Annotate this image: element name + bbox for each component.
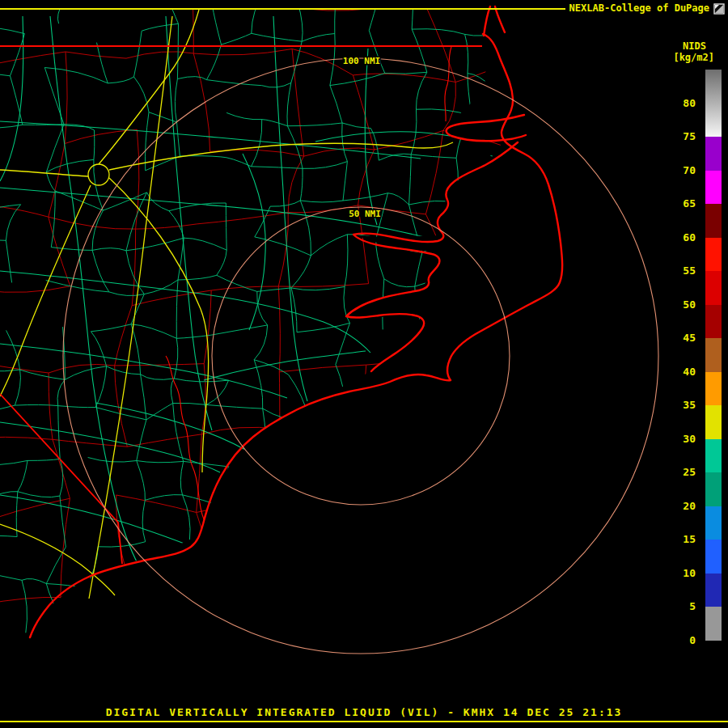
colorbar-segment — [705, 70, 722, 137]
colorbar-segment — [705, 137, 722, 171]
county-boundary-network — [0, 0, 613, 728]
colorbar-segment — [705, 472, 722, 506]
colorbar-segment — [705, 271, 722, 305]
colorbar-tick-label: 35 — [667, 399, 696, 411]
colorbar-segment — [705, 338, 722, 372]
colorbar-tick-label: 45 — [667, 332, 696, 344]
colorbar-tick-label: 50 — [667, 298, 696, 311]
top-bar: NEXLAB-College of DuPage — [0, 2, 725, 15]
river-lines — [166, 47, 451, 519]
colorbar-segment — [705, 305, 722, 339]
colorbar-tick-label: 60 — [667, 231, 696, 243]
colorbar-segment — [705, 405, 722, 439]
colorbar-tick-label: 40 — [667, 366, 696, 378]
radar-map: 100 NMI 50 NMI — [0, 0, 728, 728]
red-network-path — [0, 0, 613, 728]
coastline — [30, 6, 562, 637]
colorbar-title: NIDS — [683, 40, 706, 52]
colorbar-segment — [705, 171, 722, 205]
colorbar-tick-label: 70 — [667, 164, 696, 176]
ring-label-100nmi: 100 NMI — [343, 56, 380, 66]
colorbar-tick-label: 20 — [667, 500, 696, 512]
colorbar-units: [kg/m2] — [673, 52, 714, 63]
state-border-lines — [0, 46, 482, 564]
colorbar-tick-label: 15 — [667, 533, 696, 545]
product-caption: DIGITAL VERTICALLY INTEGRATED LIQUID (VI… — [0, 706, 728, 718]
nexlab-title: NEXLAB-College of DuPage — [569, 2, 709, 15]
colorbar-tick-label: 10 — [667, 567, 696, 579]
colorbar-tick-label: 5 — [667, 600, 696, 612]
colorbar-tick-label: 25 — [667, 466, 696, 478]
colorbar-segment — [705, 506, 722, 540]
colorbar-tick-label: 80 — [667, 97, 696, 109]
colorbar-tick-label: 55 — [667, 265, 696, 277]
range-ring-100nmi — [63, 58, 658, 654]
colorbar-segment — [705, 372, 722, 406]
nc-sc-border — [0, 394, 122, 564]
colorbar-segment — [705, 607, 722, 641]
colorbar-tick-label: 75 — [667, 130, 696, 142]
colorbar-segment — [705, 574, 722, 607]
raleigh-beltway-loop — [88, 164, 109, 185]
colorbar-segment — [705, 238, 722, 272]
green-road-network — [0, 0, 554, 719]
ring-label-50nmi: 50 NMI — [349, 209, 381, 219]
colorbar-tick-label: 30 — [667, 433, 696, 445]
range-ring-50nmi — [212, 207, 510, 505]
colorbar-tick-label: 65 — [667, 197, 696, 210]
colorbar — [705, 70, 722, 641]
colorbar-segment — [705, 439, 722, 473]
colorbar-segment — [705, 204, 722, 238]
colorbar-tick-label: 0 — [667, 634, 696, 646]
bottom-divider — [0, 721, 728, 722]
green-network-path — [0, 0, 554, 719]
nexlab-radar-page: 100 NMI 50 NMI NEXLAB-College of DuPage … — [0, 0, 728, 728]
top-divider — [0, 8, 565, 10]
range-rings — [63, 58, 658, 654]
colorbar-segment — [705, 540, 722, 574]
cod-logo-icon — [713, 3, 725, 15]
